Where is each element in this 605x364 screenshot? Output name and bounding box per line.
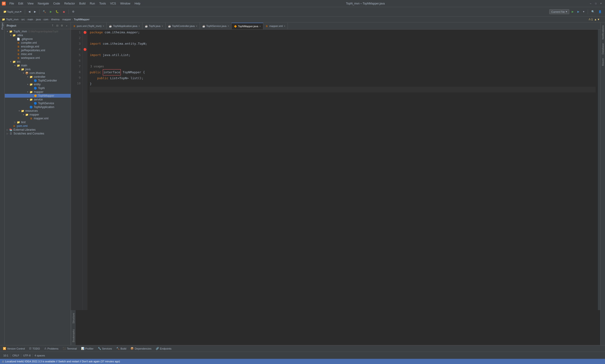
tree-compiler-xml[interactable]: 🗎 compiler.xml (5, 41, 71, 45)
tree-service[interactable]: ▾ 📁 service (5, 98, 71, 101)
tree-java[interactable]: ▾ 📁 java (5, 67, 71, 71)
menu-run[interactable]: Run (88, 1, 97, 6)
tree-mapper-xml[interactable]: 🗎 mapper.xml (5, 117, 71, 120)
editor-scrollbar[interactable] (598, 29, 600, 310)
indent-setting[interactable]: 4 spaces (33, 354, 46, 357)
tree-topnapplication[interactable]: 🔵 TopNApplication (5, 105, 71, 109)
tab-close-mapper[interactable]: × (259, 25, 261, 28)
tree-pom[interactable]: 🗎 pom.xml (5, 124, 71, 128)
tree-topnservice[interactable]: 🔵 TopNService (5, 101, 71, 105)
tree-gitignore[interactable]: 📄 .gitignore (5, 37, 71, 41)
endpoints-tab[interactable]: 🔗 Endpoints (154, 346, 173, 351)
problems-tab[interactable]: ⚠ Problems (42, 346, 60, 351)
maximize-button[interactable]: □ (594, 1, 598, 6)
tree-mapper-package[interactable]: ▾ 📁 mapper (5, 90, 71, 94)
tree-resources[interactable]: ▾ 📁 resources (5, 109, 71, 113)
version-control-tab[interactable]: 🔀 Version Control (1, 346, 27, 351)
todo-tab[interactable]: ☑ TODO (27, 346, 42, 351)
structure-tab[interactable]: Structure (72, 310, 75, 326)
tree-entity[interactable]: ▾ 📁 entity (5, 82, 71, 86)
user-button[interactable]: 👤 (597, 10, 603, 14)
menu-file[interactable]: File (8, 1, 16, 6)
breadcrumb-src[interactable]: src (21, 18, 25, 21)
settings-button[interactable]: ⚙ (71, 10, 76, 14)
tree-com-itheima[interactable]: ▾ 📦 com.itheima (5, 71, 71, 75)
minimize-button[interactable]: – (589, 1, 593, 6)
run-current-button[interactable]: ▶ (570, 10, 575, 14)
tab-close-app[interactable]: × (139, 25, 140, 27)
debug-current-button[interactable]: ▶ (576, 10, 581, 14)
panel-collapse-btn[interactable]: ⊟ (55, 24, 59, 28)
tree-mapper-folder[interactable]: ▾ 📁 mapper (5, 113, 71, 117)
tree-misc-xml[interactable]: 🗎 misc.xml (5, 52, 71, 56)
breadcrumb-itheima[interactable]: itheima (51, 18, 59, 21)
run-button[interactable]: ▶ (49, 10, 53, 14)
encoding[interactable]: UTF-8 (22, 354, 32, 357)
more-run-button[interactable]: ▾ (582, 10, 586, 14)
tree-test[interactable]: ▷ 📁 test (5, 120, 71, 124)
menu-view[interactable]: View (26, 1, 36, 6)
back-button[interactable]: ◀ (27, 10, 32, 14)
tab-topn[interactable]: ☕ TopN.java × (142, 23, 166, 29)
tree-main[interactable]: ▾ 📁 main (5, 64, 71, 67)
panel-close-btn[interactable]: × (64, 24, 69, 28)
tree-topncontroller[interactable]: 🔵 TopNController (5, 79, 71, 82)
tab-close-service[interactable]: × (228, 25, 229, 27)
tree-idea-folder[interactable]: ▾ 📁 .idea (5, 33, 71, 37)
tree-topn[interactable]: 🔵 TopN (5, 86, 71, 90)
tab-close-pom[interactable]: × (103, 25, 104, 27)
terminal-tab[interactable]: ⬛ Terminal (61, 346, 79, 351)
tree-workspace-xml[interactable]: 🗎 workspace.xml (5, 56, 71, 60)
menu-refactor[interactable]: Refactor (62, 1, 77, 6)
breadcrumb-mapper[interactable]: mapper (62, 18, 71, 21)
stop-button[interactable]: ⏹ (61, 10, 67, 14)
breadcrumb-com[interactable]: com (43, 18, 49, 21)
panel-scroll-top-btn[interactable]: ⤒ (50, 24, 55, 28)
profiler-tab[interactable]: 📊 Profiler (79, 346, 95, 351)
project-tool-icon[interactable]: Project (0, 23, 4, 28)
menu-code[interactable]: Code (51, 1, 62, 6)
tree-topnmapper[interactable]: 🔶 TopNMapper (5, 94, 71, 98)
bookmarks-tab[interactable]: Bookmarks (72, 326, 75, 345)
breadcrumb-topnmapper[interactable]: TopNMapper (74, 18, 90, 21)
tree-jarrepositories-xml[interactable]: 🗎 jarRepositories.xml (5, 49, 71, 52)
tree-root[interactable]: ▾ 📁 TopN_mvn D:\MyProgram\bigdata\TopN (5, 29, 71, 33)
menu-window[interactable]: Window (118, 1, 132, 6)
menu-edit[interactable]: Edit (16, 1, 25, 6)
services-tab[interactable]: 🔧 Services (96, 346, 114, 351)
menu-help[interactable]: Help (133, 1, 142, 6)
search-everywhere-button[interactable]: 🔍 (590, 10, 596, 14)
tree-scratches[interactable]: ▷ 🗒 Scratches and Consoles (5, 132, 71, 135)
debug-button[interactable]: 🐛 (54, 10, 60, 14)
menu-navigate[interactable]: Navigate (36, 1, 51, 6)
tab-close-controller[interactable]: × (196, 25, 197, 27)
build-button[interactable]: 🔨 (41, 10, 48, 14)
breadcrumb-java[interactable]: java (36, 18, 41, 21)
database-tab[interactable]: Database (601, 41, 605, 56)
tab-mapper-xml[interactable]: 🗎 mapper.xml × (263, 23, 288, 29)
close-button[interactable]: × (599, 1, 603, 6)
breadcrumb-main[interactable]: main (28, 18, 33, 21)
menu-tools[interactable]: Tools (97, 1, 108, 6)
panel-settings-btn[interactable]: ⚙ (60, 24, 64, 28)
tree-controller[interactable]: ▾ 📁 controller (5, 75, 71, 79)
menu-build[interactable]: Build (77, 1, 88, 6)
breadcrumb-topnmvn[interactable]: TopN_mvn (6, 18, 19, 21)
tab-close-topn[interactable]: × (162, 25, 163, 27)
tab-topnmapper[interactable]: 🔶 TopNMapper.java × (232, 23, 263, 29)
line-ending[interactable]: CRLF (11, 354, 21, 357)
notifications-tab[interactable]: Notifications (601, 23, 605, 41)
tab-topnservice[interactable]: ☕ TopNService.java × (200, 23, 232, 29)
tab-topnapplication[interactable]: ☕ TopNApplication.java × (107, 23, 142, 29)
menu-vcs[interactable]: VCS (108, 1, 118, 6)
current-file-selector[interactable]: Current File ▾ (549, 9, 569, 14)
tab-close-mapperxml[interactable]: × (284, 25, 285, 27)
forward-button[interactable]: ▶ (33, 10, 37, 14)
tree-encodings-xml[interactable]: 🗎 encodings.xml (5, 45, 71, 49)
project-dropdown[interactable]: 📁 TopN_mvn ▾ (2, 10, 23, 14)
build-tab[interactable]: 🔨 Build (114, 346, 128, 351)
tree-src[interactable]: ▾ 📁 src (5, 60, 71, 64)
code-content[interactable]: package com.itheima.mapper; import com.i… (88, 29, 598, 310)
editor-position[interactable]: 10:1 (2, 354, 10, 357)
maven-tab[interactable]: Maven (601, 56, 605, 68)
